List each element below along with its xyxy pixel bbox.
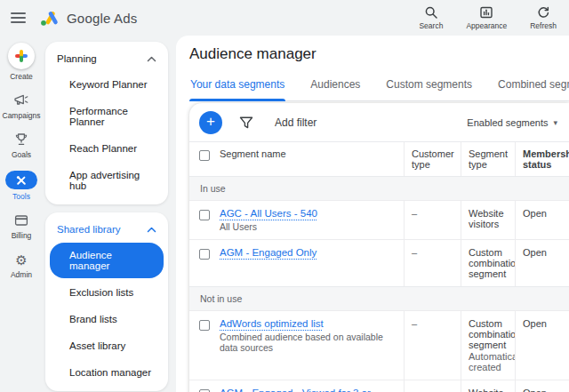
chevron-up-icon xyxy=(147,56,156,62)
search-icon xyxy=(424,5,438,20)
select-all-cell xyxy=(189,141,220,176)
rail-goals-label: Goals xyxy=(12,150,31,159)
rail-item-admin[interactable]: ⚙ Admin xyxy=(11,252,32,279)
rail-campaigns-label: Campaigns xyxy=(3,111,41,120)
segments-table-card: + Add filter Enabled segments ▾ xyxy=(189,103,569,392)
row-checkbox[interactable] xyxy=(199,210,210,220)
filter-button[interactable] xyxy=(239,116,253,129)
segment-type-value: Custom combination segment xyxy=(469,318,508,350)
shared-library-title: Shared library xyxy=(57,224,121,235)
rail-item-tools[interactable]: Tools xyxy=(5,171,37,201)
row-checkbox-cell xyxy=(189,310,220,380)
segment-name-cell: AdWords optimized list Combined audience… xyxy=(220,310,404,380)
billing-card-icon xyxy=(14,214,28,227)
sidebar-item-reach-planner[interactable]: Reach Planner xyxy=(45,135,168,162)
section-header-planning[interactable]: Planning xyxy=(45,45,168,71)
add-filter-label[interactable]: Add filter xyxy=(275,116,317,129)
column-header-membership-status[interactable]: Membership status ↓ xyxy=(515,141,569,176)
section-header-shared-library[interactable]: Shared library xyxy=(45,216,168,242)
shared-library-card: Shared library Audience manager Exclusio… xyxy=(45,212,168,391)
tools-sidebar: Planning Keyword Planner Performance Pla… xyxy=(43,36,176,392)
search-button[interactable]: Search xyxy=(419,5,443,30)
segment-link[interactable]: AGC - All Users - 540 xyxy=(220,208,317,219)
segment-link[interactable]: AdWords optimized list xyxy=(220,318,324,329)
tab-audiences[interactable]: Audiences xyxy=(309,75,361,100)
sidebar-item-audience-manager[interactable]: Audience manager xyxy=(50,243,164,278)
membership-status-label: Membership status xyxy=(523,148,569,170)
filter-funnel-icon xyxy=(239,116,253,129)
column-header-segment-type[interactable]: Segment type xyxy=(461,141,515,176)
segment-type-cell: Website visitors xyxy=(461,380,515,392)
create-plus-icon xyxy=(8,43,35,69)
group-header-in-use: In use xyxy=(189,176,569,200)
membership-status-cell: Open xyxy=(515,239,569,286)
tab-custom-segments[interactable]: Custom segments xyxy=(385,75,473,100)
rail-item-billing[interactable]: Billing xyxy=(12,212,32,240)
customer-type-cell: – xyxy=(404,200,461,239)
google-ads-app: Google Ads Search Appearance xyxy=(0,0,569,392)
appearance-icon xyxy=(479,5,493,20)
customer-type-cell: – xyxy=(404,380,461,392)
appearance-label: Appearance xyxy=(466,21,507,30)
rail-item-goals[interactable]: Goals xyxy=(12,132,31,159)
sidebar-item-exclusion-lists[interactable]: Exclusion lists xyxy=(45,279,168,306)
membership-status-cell: Open xyxy=(515,380,569,392)
rail-item-campaigns[interactable]: Campaigns xyxy=(3,92,41,120)
row-checkbox-cell xyxy=(189,380,220,392)
segment-type-cell: Custom combination segment xyxy=(461,239,515,286)
segments-filter-value: Enabled segments xyxy=(467,117,548,128)
tools-selected-pill xyxy=(5,171,37,189)
chevron-up-icon xyxy=(147,227,156,233)
admin-gear-icon: ⚙ xyxy=(15,253,27,267)
rail-create-label: Create xyxy=(10,72,33,81)
sidebar-item-app-advertising-hub[interactable]: App advertising hub xyxy=(45,162,168,199)
plus-icon: + xyxy=(206,114,215,129)
segment-type-cell: Custom combination segment Automatically… xyxy=(461,310,515,380)
topbar-actions: Search Appearance Refresh xyxy=(419,5,557,30)
tab-combined-segments[interactable]: Combined segments xyxy=(497,75,569,100)
segment-name-cell: AGC - All Users - 540 All Users xyxy=(220,200,404,239)
sidebar-item-asset-library[interactable]: Asset library xyxy=(45,332,168,359)
membership-status-cell: Open xyxy=(515,310,569,380)
row-checkbox[interactable] xyxy=(199,320,210,331)
group-header-not-in-use: Not in use xyxy=(189,286,569,310)
appearance-button[interactable]: Appearance xyxy=(466,5,507,30)
segment-type-cell: Website visitors xyxy=(461,200,515,239)
rail-item-create[interactable]: Create xyxy=(8,43,35,81)
goals-trophy-icon xyxy=(14,132,28,147)
google-ads-logo-icon xyxy=(40,10,59,27)
rail-tools-label: Tools xyxy=(12,192,30,201)
rail-admin-label: Admin xyxy=(11,270,32,279)
segments-filter-dropdown[interactable]: Enabled segments ▾ xyxy=(467,117,560,128)
add-segment-button[interactable]: + xyxy=(199,111,222,134)
row-checkbox-cell xyxy=(189,239,220,286)
topbar: Google Ads Search Appearance xyxy=(0,0,569,36)
refresh-label: Refresh xyxy=(530,21,557,30)
rail-billing-label: Billing xyxy=(12,231,32,240)
chevron-down-icon: ▾ xyxy=(553,118,557,127)
navigation-rail: Create Campaigns xyxy=(0,36,43,392)
column-header-customer-type[interactable]: Customer type xyxy=(404,141,461,176)
segment-link[interactable]: AGM - Engaged Only xyxy=(220,247,317,258)
column-header-segment-name[interactable]: Segment name xyxy=(220,141,404,176)
sidebar-item-keyword-planner[interactable]: Keyword Planner xyxy=(45,71,168,98)
sidebar-item-location-manager[interactable]: Location manager xyxy=(45,359,168,386)
segment-name-cell: AGM - Engaged - Viewed for 3 or more min… xyxy=(220,380,404,392)
sidebar-item-brand-lists[interactable]: Brand lists xyxy=(45,306,168,332)
segment-description: All Users xyxy=(220,221,397,232)
refresh-icon xyxy=(536,5,550,20)
select-all-checkbox[interactable] xyxy=(199,150,210,161)
tab-your-data-segments[interactable]: Your data segments xyxy=(189,75,285,100)
sidebar-item-performance-planner[interactable]: Performance Planner xyxy=(45,98,168,135)
main-content: Audience manager Your data segments Audi… xyxy=(176,36,569,392)
row-checkbox[interactable] xyxy=(199,249,210,260)
search-label: Search xyxy=(419,21,443,30)
membership-status-cell: Open xyxy=(515,200,569,239)
segments-table: Segment name Customer type Segment type … xyxy=(189,141,569,392)
page-title: Audience manager xyxy=(189,45,569,63)
segment-link[interactable]: AGM - Engaged - Viewed for 3 or more min… xyxy=(220,388,397,392)
hamburger-menu-icon[interactable] xyxy=(11,12,26,23)
refresh-button[interactable]: Refresh xyxy=(530,5,557,30)
planning-title: Planning xyxy=(57,53,97,64)
brand: Google Ads xyxy=(40,10,138,27)
